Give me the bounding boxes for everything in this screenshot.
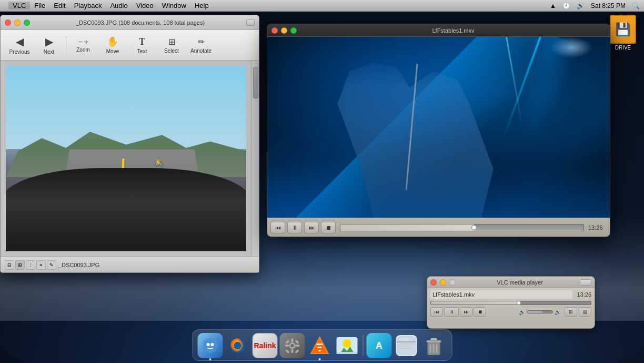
vlc-maximize-button[interactable] xyxy=(290,27,297,34)
menubar-window[interactable]: Window xyxy=(158,2,190,9)
vlc-mini-progress-thumb[interactable] xyxy=(517,301,521,305)
dock-system-prefs[interactable] xyxy=(280,333,305,358)
vlc-mini-stop-button[interactable]: ⏹ xyxy=(474,307,486,317)
annotate-icon: ✏ xyxy=(198,37,205,47)
menubar-playback[interactable]: Playback xyxy=(70,2,106,9)
menubar-vlc[interactable]: VLC xyxy=(8,2,30,9)
vlc-mini-extra1-button[interactable]: ⊞ xyxy=(565,307,577,317)
vlc-forward-button[interactable]: ⏭ xyxy=(304,222,319,233)
text-icon: T xyxy=(139,36,145,47)
minimize-button[interactable] xyxy=(14,19,21,26)
vlc-mini-title-text: VLC media player xyxy=(460,279,580,286)
vlc-mini-progress-fill xyxy=(431,301,519,305)
view-cover-button[interactable]: ✎ xyxy=(47,260,56,270)
view-list-button[interactable]: ≡ xyxy=(36,260,46,270)
dock-iphoto[interactable] xyxy=(335,333,360,358)
volume-slider[interactable] xyxy=(527,310,553,313)
vlc-mini-resize[interactable] xyxy=(580,279,591,286)
svg-point-6 xyxy=(291,344,294,347)
usb-icon: 💾 xyxy=(610,15,636,44)
menubar-help[interactable]: Help xyxy=(190,2,213,9)
svg-rect-34 xyxy=(431,338,437,340)
usb-drive-icon[interactable]: 💾 DRIVE xyxy=(607,15,639,51)
vlc-pause-button[interactable]: ⏸ xyxy=(287,222,302,233)
vlc-mini-pause-button[interactable]: ⏸ xyxy=(444,307,459,317)
traffic-lights xyxy=(5,19,30,26)
text-button[interactable]: T Text xyxy=(128,34,156,56)
cyclist: 🚴 xyxy=(154,158,162,168)
annotate-button[interactable]: ✏ Annotate xyxy=(187,35,215,56)
safari-icon xyxy=(394,333,419,358)
stage-glow xyxy=(267,163,610,218)
select-button[interactable]: ⊞ Select xyxy=(158,35,185,56)
vlc-progress-bar[interactable] xyxy=(340,224,584,231)
volume-up-icon: 🔊 xyxy=(555,309,561,315)
svg-rect-10 xyxy=(296,345,300,347)
svg-rect-22 xyxy=(337,352,358,354)
concert-video-area[interactable] xyxy=(267,37,610,218)
menubar-file[interactable]: File xyxy=(30,2,49,9)
preview-toolbar: ◀ Previous ▶ Next − + Zoom ✋ Move T Text… xyxy=(1,30,259,61)
menubar-edit[interactable]: Edit xyxy=(49,2,69,9)
dock-firefox[interactable] xyxy=(225,333,250,358)
menubar-audio[interactable]: Audio xyxy=(106,2,132,9)
vlc-minimize-button[interactable] xyxy=(281,27,287,34)
zoom-button[interactable]: − + Zoom xyxy=(69,35,97,55)
vlc-mini-duration: 13:26 xyxy=(577,291,591,298)
dock-vlc[interactable] xyxy=(307,333,333,358)
svg-rect-13 xyxy=(285,349,289,354)
svg-rect-26 xyxy=(397,341,416,342)
move-label: Move xyxy=(106,48,119,54)
vlc-window-title: LfFstables1.mkv xyxy=(301,27,606,34)
vlc-titlebar: LfFstables1.mkv xyxy=(267,24,610,37)
svg-rect-29 xyxy=(399,346,410,347)
svg-rect-19 xyxy=(319,350,321,351)
svg-rect-37 xyxy=(436,344,438,353)
select-label: Select xyxy=(164,48,179,54)
maximize-button[interactable] xyxy=(24,19,30,26)
vlc-mini-progress-bar[interactable] xyxy=(430,301,591,305)
vlc-stop-button[interactable]: ⏹ xyxy=(321,222,336,233)
svg-rect-8 xyxy=(291,349,294,353)
dock-safari[interactable] xyxy=(394,333,419,358)
window-resize-btn[interactable] xyxy=(246,19,255,26)
vlc-rewind-button[interactable]: ⏮ xyxy=(270,222,285,233)
svg-rect-7 xyxy=(291,338,294,342)
dock-trash[interactable] xyxy=(421,333,447,358)
dock-finder[interactable] xyxy=(198,333,223,358)
close-button[interactable] xyxy=(5,19,11,26)
preview-image-area[interactable]: 🚴 xyxy=(1,61,251,257)
wifi-icon[interactable]: ▲ xyxy=(550,2,556,9)
next-label: Next xyxy=(44,49,55,55)
preview-titlebar: _DSC0093.JPG (108 documents, 108 total p… xyxy=(1,15,259,30)
scroll-thumb[interactable] xyxy=(253,67,258,99)
vlc-mini-minimize[interactable] xyxy=(440,279,446,286)
preview-window-title: _DSC0093.JPG (108 documents, 108 total p… xyxy=(34,19,246,26)
previous-button[interactable]: ◀ Previous xyxy=(6,33,33,57)
vlc-mini-extra2-button[interactable]: ▤ xyxy=(579,307,591,317)
dock-appstore[interactable]: A xyxy=(367,333,392,358)
dock-ralink[interactable]: Ralink xyxy=(253,333,278,358)
vlc-close-button[interactable] xyxy=(271,27,278,34)
view-grid-button[interactable]: ⊟ xyxy=(5,260,14,270)
vlc-main-window: LfFstables1.mkv ⏮ ⏸ ⏭ ⏹ 13:26 xyxy=(267,24,610,237)
zoom-controls: − + xyxy=(78,37,89,47)
next-button[interactable]: ▶ Next xyxy=(35,33,63,57)
move-button[interactable]: ✋ Move xyxy=(99,34,126,56)
vlc-mini-next-button[interactable]: ⏭ xyxy=(460,307,472,317)
svg-rect-36 xyxy=(433,344,435,353)
svg-rect-9 xyxy=(285,345,289,347)
view-columns-button[interactable]: ⋮ xyxy=(26,260,35,270)
annotate-label: Annotate xyxy=(190,48,212,54)
preview-image: 🚴 xyxy=(6,66,246,251)
menubar-video[interactable]: Video xyxy=(132,2,158,9)
volume-icon[interactable]: 🔊 xyxy=(577,2,585,9)
svg-point-21 xyxy=(343,339,351,348)
vlc-progress-thumb[interactable] xyxy=(471,225,477,230)
view-filmstrip-button[interactable]: ⊞ xyxy=(15,260,25,270)
vlc-running-dot xyxy=(319,358,321,360)
vlc-mini-close[interactable] xyxy=(430,279,437,286)
spotlight-icon[interactable]: 🔍 xyxy=(632,2,640,9)
vlc-mini-prev-button[interactable]: ⏮ xyxy=(430,307,443,317)
preview-scrollbar[interactable] xyxy=(251,61,259,257)
